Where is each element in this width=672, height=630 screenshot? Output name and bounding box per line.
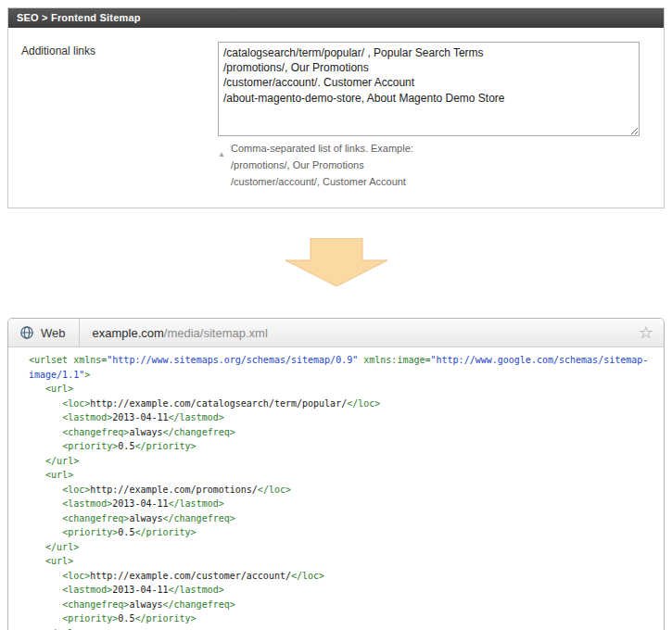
xml-line: image/1.1"> (29, 368, 660, 383)
xml-line: <url> (29, 382, 660, 397)
section-body: Additional links /catalogsearch/term/pop… (8, 28, 664, 208)
xml-line: <urlset xmlns="http://www.sitemaps.org/s… (29, 353, 660, 368)
xml-line: <changefreq>always</changefreq> (29, 425, 660, 440)
url-path: /media/sitemap.xml (164, 326, 268, 340)
browser-tab-label: Web (41, 326, 66, 340)
magento-config-panel: SEO > Frontend Sitemap Additional links … (7, 7, 665, 208)
xml-line: <url> (29, 468, 660, 483)
url-domain: example.com (93, 326, 164, 340)
additional-links-label: Additional links (21, 42, 218, 57)
xml-content: <urlset xmlns="http://www.sitemaps.org/s… (8, 347, 664, 630)
triangle-note-icon (218, 143, 231, 193)
config-form-row: Additional links /catalogsearch/term/pop… (21, 42, 651, 193)
additional-links-textarea[interactable]: /catalogsearch/term/popular/ , Popular S… (218, 42, 640, 136)
xml-line: </url> (29, 626, 660, 630)
browser-tab[interactable]: Web (8, 319, 80, 346)
xml-line: <priority>0.5</priority> (29, 611, 660, 626)
xml-line: <lastmod>2013-04-11</lastmod> (29, 583, 660, 598)
xml-line: <url> (29, 554, 660, 569)
xml-line: <changefreq>always</changefreq> (29, 598, 660, 612)
down-arrow-icon (276, 238, 397, 286)
xml-line: </url> (29, 540, 660, 555)
xml-line: </url> (29, 454, 660, 469)
xml-line: <lastmod>2013-04-11</lastmod> (29, 410, 660, 425)
xml-line: <priority>0.5</priority> (29, 525, 660, 540)
hint-example: /promotions/, Our Promotions (231, 159, 413, 170)
globe-icon (19, 325, 34, 340)
section-header-title: SEO > Frontend Sitemap (17, 12, 141, 23)
xml-line: <priority>0.5</priority> (29, 439, 660, 454)
additional-links-field: /catalogsearch/term/popular/ , Popular S… (218, 42, 651, 193)
star-icon[interactable] (639, 324, 653, 341)
xml-line: <changefreq>always</changefreq> (29, 511, 660, 526)
xml-line: <loc>http://example.com/promotions/</loc… (29, 483, 660, 498)
browser-window: Web example.com/media/sitemap.xml <urlse… (7, 318, 665, 630)
section-header: SEO > Frontend Sitemap (8, 8, 664, 28)
hint-title: Comma-separated list of links. Example: (231, 143, 413, 154)
page: SEO > Frontend Sitemap Additional links … (0, 0, 672, 630)
xml-line: <lastmod>2013-04-11</lastmod> (29, 497, 660, 511)
browser-toolbar: Web example.com/media/sitemap.xml (8, 319, 664, 347)
hint-example: /customer/account/, Customer Account (231, 176, 413, 187)
xml-line: <loc>http://example.com/catalogsearch/te… (29, 397, 660, 411)
address-bar[interactable]: example.com/media/sitemap.xml (80, 326, 639, 340)
hint-text: Comma-separated list of links. Example: … (231, 143, 413, 193)
xml-line: <loc>http://example.com/customer/account… (29, 569, 660, 584)
down-arrow (276, 238, 397, 286)
field-hint: Comma-separated list of links. Example: … (218, 143, 651, 193)
